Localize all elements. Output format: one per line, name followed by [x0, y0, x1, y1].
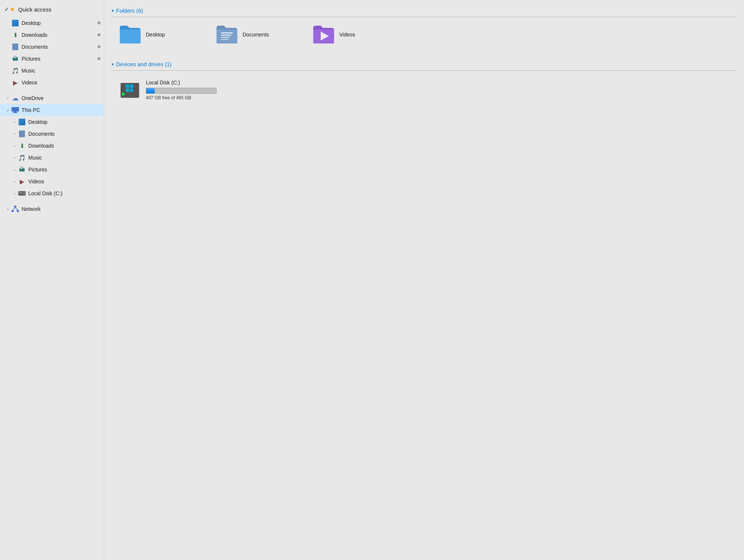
sidebar-item-pictures-pc[interactable]: › 🏔 Pictures — [0, 164, 104, 176]
sidebar-label-documents-qa: Documents — [22, 44, 96, 50]
sidebar-item-downloads-qa[interactable]: ⬇ Downloads ✲ — [0, 29, 104, 41]
sidebar-label-downloads-pc: Downloads — [28, 143, 101, 149]
sidebar-label-documents-pc: Documents — [28, 131, 101, 137]
onedrive-icon: ☁ — [11, 94, 19, 102]
svg-point-24 — [122, 93, 125, 96]
sidebar-item-localdisk-pc[interactable]: › Local Disk (C:) — [0, 187, 104, 199]
drives-chevron: ▾ — [112, 62, 114, 67]
folder-item-videos[interactable]: Videos — [309, 23, 398, 46]
svg-rect-21 — [130, 84, 133, 88]
svg-rect-11 — [120, 29, 141, 44]
svg-rect-22 — [126, 88, 129, 92]
svg-rect-12 — [217, 29, 237, 44]
folder-item-desktop[interactable]: Desktop — [115, 23, 205, 46]
sidebar-item-music-pc[interactable]: › 🎵 Music — [0, 152, 104, 164]
sidebar-item-videos-pc[interactable]: › ▶ Videos — [0, 176, 104, 187]
sidebar-item-pictures-qa[interactable]: 🏔 Pictures ✲ — [0, 53, 104, 65]
star-icon: ★ — [9, 5, 15, 13]
svg-rect-8 — [17, 210, 19, 212]
svg-line-10 — [15, 207, 18, 210]
onedrive-arrow: › — [4, 96, 11, 100]
thispc-icon — [11, 106, 19, 114]
sidebar-item-documents-pc[interactable]: › Documents — [0, 128, 104, 140]
quick-access-label: Quick access — [18, 6, 51, 13]
music-pc-icon: 🎵 — [18, 154, 26, 162]
drive-c-bar-fill — [146, 88, 155, 93]
videos-folder-icon — [312, 25, 335, 44]
sidebar-item-downloads-pc[interactable]: › ⬇ Downloads — [0, 140, 104, 152]
main-content: ▾ Folders (6) Desktop — [104, 0, 744, 560]
pictures-pc-arrow: › — [11, 168, 18, 172]
sidebar-label-pictures-pc: Pictures — [28, 167, 101, 173]
desktop-pc-icon — [18, 118, 26, 126]
pin-icon-documents: ✲ — [97, 44, 101, 49]
drives-grid: Local Disk (C:) 407 GB free of 465 GB — [112, 77, 737, 111]
videos-pc-icon: ▶ — [18, 177, 26, 186]
sidebar-label-localdisk-pc: Local Disk (C:) — [28, 190, 101, 196]
thispc-arrow: ✓ — [4, 108, 11, 112]
sidebar-label-music-qa: Music — [22, 68, 101, 74]
sidebar-item-desktop-qa[interactable]: Desktop ✲ — [0, 17, 104, 29]
sidebar-item-music-qa[interactable]: 🎵 Music — [0, 65, 104, 77]
sidebar-item-desktop-pc[interactable]: › Desktop — [0, 116, 104, 128]
documents-pc-icon — [18, 130, 26, 138]
sidebar-item-onedrive[interactable]: › ☁ OneDrive — [0, 92, 104, 104]
sidebar: ✓ ★ Quick access Desktop ✲ ⬇ Downloads ✲ — [0, 0, 104, 560]
localdisk-pc-icon — [18, 189, 26, 197]
downloads-pc-icon: ⬇ — [18, 142, 26, 150]
network-icon — [11, 205, 19, 213]
svg-rect-2 — [13, 113, 18, 113]
desktop-folder-icon — [119, 25, 141, 44]
documents-icon-qa — [11, 43, 19, 51]
network-arrow: › — [4, 207, 11, 211]
pin-icon-downloads: ✲ — [97, 32, 101, 38]
videos-icon-qa: ▶ — [11, 78, 19, 87]
quick-access-arrow: ✓ — [4, 6, 9, 13]
desktop-icon — [11, 19, 19, 27]
svg-rect-13 — [221, 32, 233, 33]
drives-section-header[interactable]: ▾ Devices and drives (1) — [112, 57, 737, 71]
sidebar-label-desktop-qa: Desktop — [22, 20, 96, 26]
downloads-pc-arrow: › — [11, 144, 18, 148]
documents-folder-label: Documents — [243, 32, 269, 38]
sidebar-label-videos-qa: Videos — [22, 80, 101, 86]
sidebar-item-thispc[interactable]: ✓ This PC — [0, 104, 104, 116]
sidebar-label-thispc: This PC — [22, 107, 101, 113]
sidebar-item-network[interactable]: › Network — [0, 203, 104, 215]
sidebar-label-pictures-qa: Pictures — [22, 56, 96, 62]
sidebar-label-desktop-pc: Desktop — [28, 119, 101, 125]
svg-line-9 — [13, 207, 15, 210]
drive-item-c[interactable]: Local Disk (C:) 407 GB free of 465 GB — [115, 77, 234, 103]
svg-rect-1 — [14, 112, 17, 113]
svg-rect-5 — [19, 192, 23, 193]
svg-rect-15 — [221, 37, 230, 38]
folders-section-header[interactable]: ▾ Folders (6) — [112, 4, 737, 17]
videos-pc-arrow: › — [11, 180, 18, 184]
drive-c-name: Local Disk (C:) — [146, 80, 231, 86]
videos-folder-label: Videos — [339, 32, 355, 38]
sidebar-label-videos-pc: Videos — [28, 178, 101, 184]
svg-rect-7 — [12, 210, 14, 212]
drive-c-info: Local Disk (C:) 407 GB free of 465 GB — [146, 80, 231, 100]
quick-access-header[interactable]: ✓ ★ Quick access — [0, 0, 104, 16]
drives-section-title: Devices and drives (1) — [116, 61, 171, 67]
documents-folder-icon — [216, 25, 238, 44]
sidebar-label-music-pc: Music — [28, 155, 101, 161]
downloads-icon: ⬇ — [11, 31, 19, 39]
pictures-pc-icon: 🏔 — [18, 165, 26, 174]
sidebar-label-network: Network — [22, 206, 101, 212]
sidebar-item-videos-qa[interactable]: ▶ Videos — [0, 77, 104, 88]
sidebar-item-documents-qa[interactable]: Documents ✲ — [0, 41, 104, 53]
svg-rect-23 — [130, 88, 133, 92]
folders-grid: Desktop Documents — [112, 23, 737, 54]
quick-access-section: Desktop ✲ ⬇ Downloads ✲ Documents ✲ 🏔 Pi… — [0, 16, 104, 90]
drive-c-icon — [119, 80, 141, 100]
music-icon-qa: 🎵 — [11, 67, 19, 75]
documents-pc-arrow: › — [11, 132, 18, 136]
drive-c-bar-container — [146, 88, 217, 94]
svg-point-4 — [23, 193, 25, 194]
localdisk-pc-arrow: › — [11, 192, 18, 196]
folder-item-documents[interactable]: Documents — [212, 23, 301, 46]
pin-icon-desktop: ✲ — [97, 20, 101, 26]
svg-rect-16 — [221, 39, 228, 40]
